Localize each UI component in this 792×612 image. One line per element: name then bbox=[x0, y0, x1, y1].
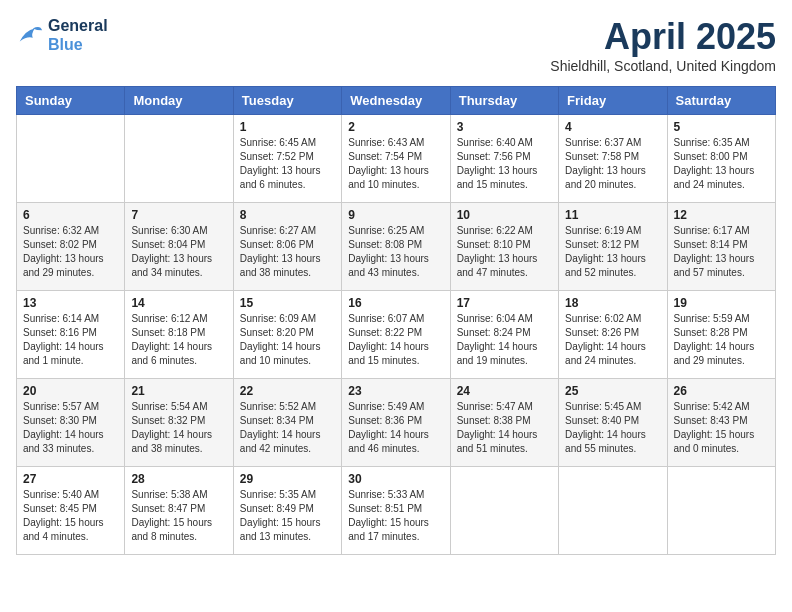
calendar-cell: 24Sunrise: 5:47 AM Sunset: 8:38 PM Dayli… bbox=[450, 379, 558, 467]
day-info: Sunrise: 6:32 AM Sunset: 8:02 PM Dayligh… bbox=[23, 224, 118, 280]
day-number: 23 bbox=[348, 384, 443, 398]
calendar-header-saturday: Saturday bbox=[667, 87, 775, 115]
day-number: 10 bbox=[457, 208, 552, 222]
calendar-week-3: 13Sunrise: 6:14 AM Sunset: 8:16 PM Dayli… bbox=[17, 291, 776, 379]
logo-line2: Blue bbox=[48, 35, 108, 54]
day-info: Sunrise: 6:43 AM Sunset: 7:54 PM Dayligh… bbox=[348, 136, 443, 192]
day-info: Sunrise: 6:22 AM Sunset: 8:10 PM Dayligh… bbox=[457, 224, 552, 280]
calendar-header-tuesday: Tuesday bbox=[233, 87, 341, 115]
day-number: 2 bbox=[348, 120, 443, 134]
day-info: Sunrise: 5:45 AM Sunset: 8:40 PM Dayligh… bbox=[565, 400, 660, 456]
day-info: Sunrise: 6:19 AM Sunset: 8:12 PM Dayligh… bbox=[565, 224, 660, 280]
day-number: 13 bbox=[23, 296, 118, 310]
calendar-cell: 3Sunrise: 6:40 AM Sunset: 7:56 PM Daylig… bbox=[450, 115, 558, 203]
day-info: Sunrise: 6:35 AM Sunset: 8:00 PM Dayligh… bbox=[674, 136, 769, 192]
calendar-cell: 5Sunrise: 6:35 AM Sunset: 8:00 PM Daylig… bbox=[667, 115, 775, 203]
calendar-cell: 20Sunrise: 5:57 AM Sunset: 8:30 PM Dayli… bbox=[17, 379, 125, 467]
calendar-cell: 27Sunrise: 5:40 AM Sunset: 8:45 PM Dayli… bbox=[17, 467, 125, 555]
day-info: Sunrise: 6:25 AM Sunset: 8:08 PM Dayligh… bbox=[348, 224, 443, 280]
calendar-cell: 8Sunrise: 6:27 AM Sunset: 8:06 PM Daylig… bbox=[233, 203, 341, 291]
day-number: 7 bbox=[131, 208, 226, 222]
calendar-cell: 7Sunrise: 6:30 AM Sunset: 8:04 PM Daylig… bbox=[125, 203, 233, 291]
day-number: 6 bbox=[23, 208, 118, 222]
calendar-cell: 13Sunrise: 6:14 AM Sunset: 8:16 PM Dayli… bbox=[17, 291, 125, 379]
day-number: 25 bbox=[565, 384, 660, 398]
calendar-cell bbox=[667, 467, 775, 555]
day-info: Sunrise: 5:33 AM Sunset: 8:51 PM Dayligh… bbox=[348, 488, 443, 544]
day-number: 24 bbox=[457, 384, 552, 398]
calendar-cell bbox=[559, 467, 667, 555]
day-info: Sunrise: 5:49 AM Sunset: 8:36 PM Dayligh… bbox=[348, 400, 443, 456]
calendar-cell: 29Sunrise: 5:35 AM Sunset: 8:49 PM Dayli… bbox=[233, 467, 341, 555]
day-info: Sunrise: 6:40 AM Sunset: 7:56 PM Dayligh… bbox=[457, 136, 552, 192]
day-number: 14 bbox=[131, 296, 226, 310]
day-info: Sunrise: 5:35 AM Sunset: 8:49 PM Dayligh… bbox=[240, 488, 335, 544]
calendar-cell: 18Sunrise: 6:02 AM Sunset: 8:26 PM Dayli… bbox=[559, 291, 667, 379]
calendar-header-friday: Friday bbox=[559, 87, 667, 115]
calendar-cell: 2Sunrise: 6:43 AM Sunset: 7:54 PM Daylig… bbox=[342, 115, 450, 203]
calendar-cell: 28Sunrise: 5:38 AM Sunset: 8:47 PM Dayli… bbox=[125, 467, 233, 555]
day-number: 30 bbox=[348, 472, 443, 486]
day-info: Sunrise: 5:42 AM Sunset: 8:43 PM Dayligh… bbox=[674, 400, 769, 456]
calendar-header-row: SundayMondayTuesdayWednesdayThursdayFrid… bbox=[17, 87, 776, 115]
day-info: Sunrise: 6:04 AM Sunset: 8:24 PM Dayligh… bbox=[457, 312, 552, 368]
calendar-cell: 1Sunrise: 6:45 AM Sunset: 7:52 PM Daylig… bbox=[233, 115, 341, 203]
calendar-cell: 21Sunrise: 5:54 AM Sunset: 8:32 PM Dayli… bbox=[125, 379, 233, 467]
day-info: Sunrise: 5:40 AM Sunset: 8:45 PM Dayligh… bbox=[23, 488, 118, 544]
logo-icon bbox=[16, 21, 44, 49]
calendar-cell: 10Sunrise: 6:22 AM Sunset: 8:10 PM Dayli… bbox=[450, 203, 558, 291]
day-info: Sunrise: 6:02 AM Sunset: 8:26 PM Dayligh… bbox=[565, 312, 660, 368]
calendar-cell: 9Sunrise: 6:25 AM Sunset: 8:08 PM Daylig… bbox=[342, 203, 450, 291]
calendar-cell bbox=[17, 115, 125, 203]
calendar-cell: 12Sunrise: 6:17 AM Sunset: 8:14 PM Dayli… bbox=[667, 203, 775, 291]
day-info: Sunrise: 6:09 AM Sunset: 8:20 PM Dayligh… bbox=[240, 312, 335, 368]
day-number: 21 bbox=[131, 384, 226, 398]
calendar-cell bbox=[450, 467, 558, 555]
calendar-table: SundayMondayTuesdayWednesdayThursdayFrid… bbox=[16, 86, 776, 555]
calendar-cell: 4Sunrise: 6:37 AM Sunset: 7:58 PM Daylig… bbox=[559, 115, 667, 203]
calendar-cell: 15Sunrise: 6:09 AM Sunset: 8:20 PM Dayli… bbox=[233, 291, 341, 379]
day-info: Sunrise: 6:12 AM Sunset: 8:18 PM Dayligh… bbox=[131, 312, 226, 368]
calendar-header-thursday: Thursday bbox=[450, 87, 558, 115]
calendar-week-1: 1Sunrise: 6:45 AM Sunset: 7:52 PM Daylig… bbox=[17, 115, 776, 203]
day-number: 8 bbox=[240, 208, 335, 222]
title-block: April 2025 Shieldhill, Scotland, United … bbox=[550, 16, 776, 74]
calendar-cell: 23Sunrise: 5:49 AM Sunset: 8:36 PM Dayli… bbox=[342, 379, 450, 467]
day-info: Sunrise: 6:37 AM Sunset: 7:58 PM Dayligh… bbox=[565, 136, 660, 192]
calendar-cell: 14Sunrise: 6:12 AM Sunset: 8:18 PM Dayli… bbox=[125, 291, 233, 379]
day-number: 27 bbox=[23, 472, 118, 486]
day-number: 15 bbox=[240, 296, 335, 310]
day-info: Sunrise: 5:52 AM Sunset: 8:34 PM Dayligh… bbox=[240, 400, 335, 456]
day-number: 19 bbox=[674, 296, 769, 310]
calendar-cell: 17Sunrise: 6:04 AM Sunset: 8:24 PM Dayli… bbox=[450, 291, 558, 379]
calendar-week-2: 6Sunrise: 6:32 AM Sunset: 8:02 PM Daylig… bbox=[17, 203, 776, 291]
calendar-cell: 19Sunrise: 5:59 AM Sunset: 8:28 PM Dayli… bbox=[667, 291, 775, 379]
month-title: April 2025 bbox=[550, 16, 776, 58]
calendar-week-4: 20Sunrise: 5:57 AM Sunset: 8:30 PM Dayli… bbox=[17, 379, 776, 467]
calendar-week-5: 27Sunrise: 5:40 AM Sunset: 8:45 PM Dayli… bbox=[17, 467, 776, 555]
day-number: 29 bbox=[240, 472, 335, 486]
day-number: 18 bbox=[565, 296, 660, 310]
day-number: 16 bbox=[348, 296, 443, 310]
day-info: Sunrise: 5:57 AM Sunset: 8:30 PM Dayligh… bbox=[23, 400, 118, 456]
day-number: 9 bbox=[348, 208, 443, 222]
day-number: 22 bbox=[240, 384, 335, 398]
calendar-header-monday: Monday bbox=[125, 87, 233, 115]
calendar-cell: 11Sunrise: 6:19 AM Sunset: 8:12 PM Dayli… bbox=[559, 203, 667, 291]
day-info: Sunrise: 5:38 AM Sunset: 8:47 PM Dayligh… bbox=[131, 488, 226, 544]
calendar-header-sunday: Sunday bbox=[17, 87, 125, 115]
day-info: Sunrise: 6:27 AM Sunset: 8:06 PM Dayligh… bbox=[240, 224, 335, 280]
day-number: 12 bbox=[674, 208, 769, 222]
calendar-cell: 30Sunrise: 5:33 AM Sunset: 8:51 PM Dayli… bbox=[342, 467, 450, 555]
calendar-cell bbox=[125, 115, 233, 203]
day-number: 28 bbox=[131, 472, 226, 486]
day-info: Sunrise: 6:07 AM Sunset: 8:22 PM Dayligh… bbox=[348, 312, 443, 368]
day-number: 4 bbox=[565, 120, 660, 134]
calendar-header-wednesday: Wednesday bbox=[342, 87, 450, 115]
calendar-cell: 6Sunrise: 6:32 AM Sunset: 8:02 PM Daylig… bbox=[17, 203, 125, 291]
day-number: 3 bbox=[457, 120, 552, 134]
page-header: General Blue April 2025 Shieldhill, Scot… bbox=[16, 16, 776, 74]
day-number: 1 bbox=[240, 120, 335, 134]
location: Shieldhill, Scotland, United Kingdom bbox=[550, 58, 776, 74]
day-number: 11 bbox=[565, 208, 660, 222]
